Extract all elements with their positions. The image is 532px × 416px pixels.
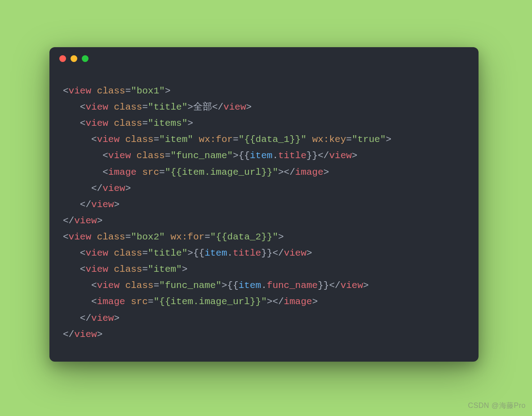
class-items: items <box>154 118 182 128</box>
expr-data2: data_2 <box>227 232 262 242</box>
watermark-text: CSDN @海藤Pro <box>468 401 526 411</box>
tag-image: image <box>108 167 137 177</box>
attr-wxkey: wx:key <box>312 134 346 145</box>
class-box1: box1 <box>137 86 159 96</box>
prop-imageurl: image_url <box>210 167 261 177</box>
window-titlebar <box>49 47 479 70</box>
expr-data1: data_1 <box>256 134 290 145</box>
prop-title: title <box>278 150 306 161</box>
zoom-icon <box>82 55 89 62</box>
attr-src: src <box>142 167 159 177</box>
class-item: item <box>165 134 187 145</box>
close-icon <box>59 55 66 62</box>
attr-class: class <box>97 86 125 96</box>
prop-funcname: func_name <box>267 280 318 291</box>
angle-open: < <box>63 86 69 96</box>
code-editor-window: <view class="box1"> <view class="title">… <box>49 47 479 362</box>
tag-view: view <box>69 86 91 96</box>
class-box2: box2 <box>137 232 159 242</box>
code-block: <view class="box1"> <view class="title">… <box>49 70 479 347</box>
minimize-icon <box>71 55 77 62</box>
var-item: item <box>250 150 272 161</box>
class-funcname: func_name <box>176 150 227 161</box>
attr-wxfor: wx:for <box>199 134 233 145</box>
class-title: title <box>154 102 182 112</box>
text-all: 全部 <box>193 102 212 112</box>
str-true: true <box>358 134 380 145</box>
